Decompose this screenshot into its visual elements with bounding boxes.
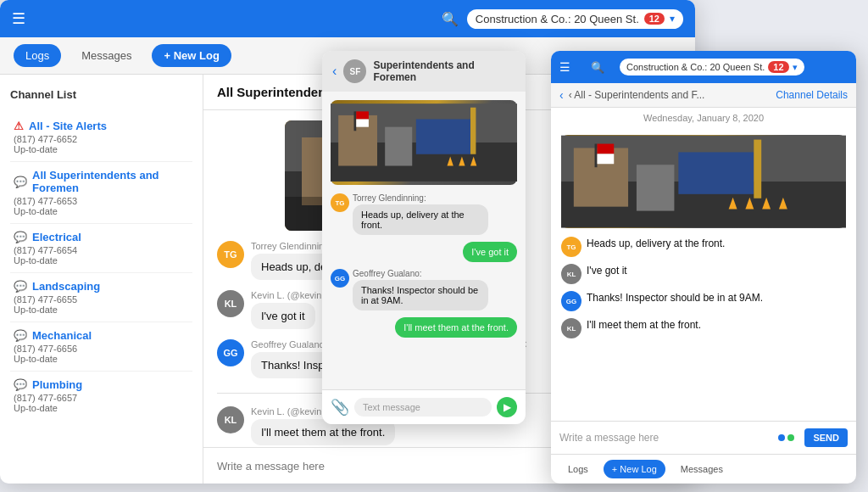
svg-rect-21 xyxy=(354,111,357,131)
sidebar: Channel List ⚠ All - Site Alerts (817) 4… xyxy=(0,75,203,484)
second-top-bar: ☰ 🔍 Construction & Co.: 20 Queen St. 12 … xyxy=(551,51,856,83)
second-msg-row-4: KL I'll meet them at the front. xyxy=(561,318,846,338)
alert-icon: ⚠ xyxy=(14,120,24,132)
message-bubble: I've got it xyxy=(251,303,315,329)
second-bottom-tabs: Logs + New Log Messages xyxy=(551,454,856,484)
mobile-avatar: SF xyxy=(343,59,366,83)
mobile-send-button[interactable]: ▶ xyxy=(497,397,517,417)
svg-rect-22 xyxy=(356,111,369,119)
top-bar: ☰ 🔍 Construction & Co.: 20 Queen St. 12 … xyxy=(0,0,695,37)
mobile-sender-2: Geoffrey Gualano: xyxy=(353,269,488,278)
second-date: Wednesday, January 8, 2020 xyxy=(551,108,856,128)
mobile-header: ‹ SF Superintendents and Foremen xyxy=(322,51,526,92)
notification-badge: 12 xyxy=(644,13,665,25)
channel-status-electrical: Up-to-date xyxy=(14,255,189,266)
second-delivery-image xyxy=(561,135,846,228)
mobile-message-row-2: GG Geoffrey Gualano: Thanks! Inspector s… xyxy=(331,269,517,310)
second-messages-area[interactable]: TG Heads up, delivery at the front. KL I… xyxy=(551,128,856,421)
tab-messages[interactable]: Messages xyxy=(70,44,143,67)
mobile-bubble-incoming: Heads up, delivery at the front. xyxy=(353,204,488,235)
second-tab-new-log[interactable]: + New Log xyxy=(604,460,665,478)
mobile-messages[interactable]: TG Torrey Glendinning: Heads up, deliver… xyxy=(322,92,526,389)
avatar-kl-2: KL xyxy=(217,406,244,433)
mobile-overlay: ‹ SF Superintendents and Foremen xyxy=(322,51,526,424)
mobile-message-row-out: I've got it xyxy=(331,242,517,262)
mobile-message-row: TG Torrey Glendinning: Heads up, deliver… xyxy=(331,193,517,235)
channel-status-plumbing: Up-to-date xyxy=(14,403,189,413)
channel-name-landscaping: 💬 Landscaping xyxy=(14,280,189,293)
second-window: ☰ 🔍 Construction & Co.: 20 Queen St. 12 … xyxy=(551,51,856,484)
second-search-icon[interactable]: 🔍 xyxy=(591,61,604,74)
second-tab-logs[interactable]: Logs xyxy=(559,460,597,478)
second-compose[interactable]: Write a message here SEND xyxy=(551,421,856,454)
second-compose-input[interactable]: Write a message here xyxy=(559,432,771,444)
avatar-kl: KL xyxy=(217,290,244,317)
second-hamburger-icon[interactable]: ☰ xyxy=(559,60,570,74)
second-avatar-kl: KL xyxy=(561,264,581,284)
mobile-avatar-gg: GG xyxy=(331,269,349,288)
mobile-bubble-outgoing: I've got it xyxy=(463,242,517,262)
channel-status-supers: Up-to-date xyxy=(14,206,189,216)
second-subnav: ‹ ‹ All - Superintendents and F... Chann… xyxy=(551,83,856,108)
attach-icon[interactable]: 📎 xyxy=(331,398,349,417)
channel-item-supers[interactable]: 💬 All Superintendents and Foremen (817) … xyxy=(10,162,192,224)
new-log-button[interactable]: + New Log xyxy=(152,44,231,67)
svg-rect-36 xyxy=(597,154,614,164)
mobile-text-input[interactable]: Text message xyxy=(354,398,492,417)
svg-rect-35 xyxy=(597,144,614,154)
channel-details-link[interactable]: Channel Details xyxy=(776,89,848,101)
second-send-button[interactable]: SEND xyxy=(804,428,848,447)
mobile-delivery-image xyxy=(331,100,517,185)
svg-rect-28 xyxy=(678,152,754,193)
channel-phone-plumbing: (817) 477-6657 xyxy=(14,393,189,403)
channel-item-alerts[interactable]: ⚠ All - Site Alerts (817) 477-6652 Up-to… xyxy=(10,113,192,162)
dots-indicator xyxy=(778,434,794,441)
svg-rect-15 xyxy=(385,127,412,166)
second-company-pill[interactable]: Construction & Co.: 20 Queen St. 12 ▾ xyxy=(620,59,804,75)
mobile-message-content: Torrey Glendinning: Heads up, delivery a… xyxy=(353,193,488,235)
second-msg-text-3: Thanks! Inspector should be in at 9AM. xyxy=(587,291,763,305)
channel-status-alerts: Up-to-date xyxy=(14,144,189,154)
second-msg-row-3: GG Thanks! Inspector should be in at 9AM… xyxy=(561,291,846,311)
second-dropdown-icon[interactable]: ▾ xyxy=(793,62,798,73)
channel-phone-mechanical: (817) 477-6656 xyxy=(14,344,189,354)
channel-phone-electrical: (817) 477-6654 xyxy=(14,245,189,255)
second-back-arrow[interactable]: ‹ xyxy=(559,88,564,102)
avatar-tg: TG xyxy=(217,241,244,268)
sidebar-title: Channel List xyxy=(10,88,192,101)
mobile-channel-name: Superintendents and Foremen xyxy=(373,59,515,83)
dropdown-arrow-icon[interactable]: ▾ xyxy=(670,13,675,25)
svg-rect-23 xyxy=(356,120,369,127)
search-icon[interactable]: 🔍 xyxy=(442,11,459,27)
channel-status-landscaping: Up-to-date xyxy=(14,305,189,315)
channel-item-landscaping[interactable]: 💬 Landscaping (817) 477-6655 Up-to-date xyxy=(10,273,192,322)
hamburger-icon[interactable]: ☰ xyxy=(12,9,25,28)
back-button[interactable]: ‹ xyxy=(332,64,337,79)
channel-item-mechanical[interactable]: 💬 Mechanical (817) 477-6656 Up-to-date xyxy=(10,322,192,372)
mobile-message-row-out-2: I'll meet them at the front. xyxy=(331,317,517,338)
chat-icon-landscaping: 💬 xyxy=(14,280,27,293)
second-msg-row-1: TG Heads up, delivery at the front. xyxy=(561,237,846,257)
channel-name-mechanical: 💬 Mechanical xyxy=(14,329,189,342)
channel-name-supers: 💬 All Superintendents and Foremen xyxy=(14,169,189,194)
channel-item-electrical[interactable]: 💬 Electrical (817) 477-6654 Up-to-date xyxy=(10,224,192,273)
chat-icon-mechanical: 💬 xyxy=(14,329,27,342)
company-name: Construction & Co.: 20 Queen St. xyxy=(476,13,639,25)
mobile-avatar-tg: TG xyxy=(331,193,349,212)
channel-phone-alerts: (817) 477-6652 xyxy=(14,134,189,144)
channel-phone-landscaping: (817) 477-6655 xyxy=(14,294,189,305)
channel-item-plumbing[interactable]: 💬 Plumbing (817) 477-6657 Up-to-date xyxy=(10,372,192,420)
second-avatar-gg: GG xyxy=(561,291,581,311)
mobile-bubble-outgoing-2: I'll meet them at the front. xyxy=(395,317,517,338)
svg-rect-34 xyxy=(595,144,598,168)
mobile-compose[interactable]: 📎 Text message ▶ xyxy=(322,389,526,424)
company-pill[interactable]: Construction & Co.: 20 Queen St. 12 ▾ xyxy=(467,9,683,29)
second-msg-row-2: KL I've got it xyxy=(561,264,846,284)
channel-status-mechanical: Up-to-date xyxy=(14,354,189,364)
chat-icon-supers: 💬 xyxy=(14,176,27,188)
second-tab-messages[interactable]: Messages xyxy=(672,460,732,478)
channel-name-alerts: ⚠ All - Site Alerts xyxy=(14,120,189,132)
second-msg-text-1: Heads up, delivery at the front. xyxy=(587,237,725,251)
tab-logs[interactable]: Logs xyxy=(14,44,61,67)
second-channel-nav: ‹ All - Superintendents and F... xyxy=(569,89,705,101)
